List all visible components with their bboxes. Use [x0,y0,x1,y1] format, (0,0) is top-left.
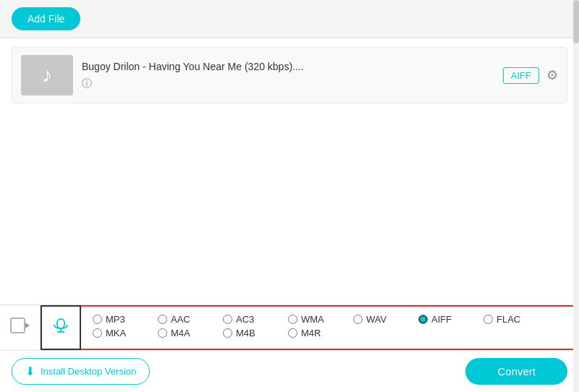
format-option-aac[interactable]: AAC [158,314,223,325]
bottom-action-bar: ⬇ Install Desktop Version Convert [0,351,579,392]
bottom-panel: MP3 AAC AC3 WMA WAV AIFF [0,304,579,392]
format-option-ac3[interactable]: AC3 [223,314,288,325]
file-list: ♪ Bugoy Drilon - Having You Near Me (320… [0,38,579,112]
install-label: Install Desktop Version [41,366,136,377]
svg-rect-2 [57,319,64,328]
add-file-button[interactable]: Add File [12,7,80,30]
app-container: Add File ♪ Bugoy Drilon - Having You Nea… [0,0,579,392]
format-option-m4b[interactable]: M4B [223,328,288,338]
format-option-wma[interactable]: WMA [288,314,353,325]
format-option-mp3[interactable]: MP3 [93,314,158,325]
audio-icon [51,318,70,338]
svg-marker-1 [25,323,30,328]
format-option-flac[interactable]: FLAC [483,314,549,325]
format-option-aiff[interactable]: AIFF [418,314,483,325]
scrollbar-thumb[interactable] [573,0,579,43]
top-bar: Add File [0,0,579,38]
file-item: ♪ Bugoy Drilon - Having You Near Me (320… [12,47,567,103]
format-option-wav[interactable]: WAV [353,314,418,325]
file-info: Bugoy Drilon - Having You Near Me (320 k… [82,61,494,90]
file-name: Bugoy Drilon - Having You Near Me (320 k… [82,61,494,72]
format-selector: MP3 AAC AC3 WMA WAV AIFF [0,305,579,351]
format-option-mka[interactable]: MKA [93,328,158,338]
format-options: MP3 AAC AC3 WMA WAV AIFF [81,305,579,350]
video-icon [10,318,30,338]
format-option-m4r[interactable]: M4R [288,328,353,338]
download-icon: ⬇ [25,365,35,378]
format-option-m4a[interactable]: M4A [158,328,223,338]
format-row-1: MP3 AAC AC3 WMA WAV AIFF [93,314,566,325]
file-actions: AIFF ⚙ [503,67,558,84]
music-note-icon: ♪ [42,64,52,87]
tab-audio[interactable] [41,305,81,350]
info-icon[interactable]: ⓘ [82,77,92,89]
tab-video[interactable] [0,305,41,350]
file-thumbnail: ♪ [21,55,73,95]
settings-icon[interactable]: ⚙ [546,67,558,83]
format-row-2: MKA M4A M4B M4R [93,328,566,338]
install-desktop-button[interactable]: ⬇ Install Desktop Version [12,358,150,385]
convert-button[interactable]: Convert [465,358,567,385]
scrollbar[interactable] [573,0,579,392]
svg-rect-0 [11,318,25,333]
format-badge[interactable]: AIFF [503,67,539,84]
